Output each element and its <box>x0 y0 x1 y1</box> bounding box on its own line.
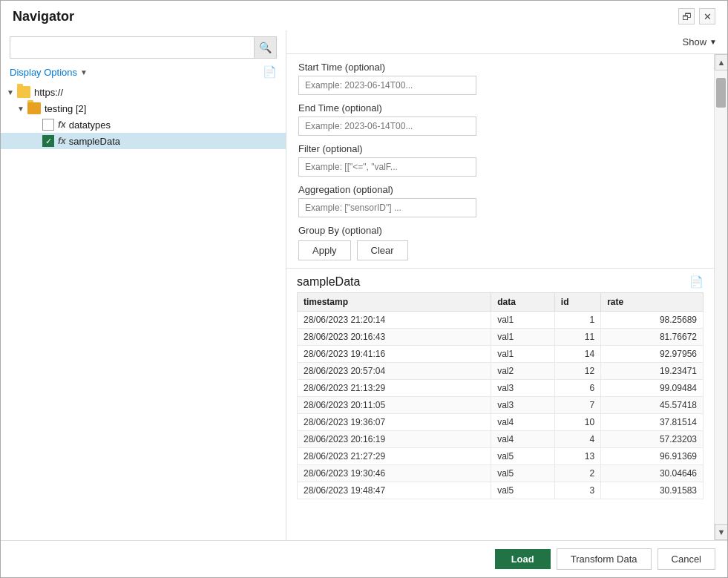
checkbox-icon[interactable] <box>42 119 54 131</box>
tree-item-label: sampleData <box>69 136 120 147</box>
toggle-icon: ▼ <box>17 105 27 113</box>
tree-item-label: https:// <box>34 87 63 98</box>
tree-item-sampledata[interactable]: fx sampleData <box>1 133 286 149</box>
data-table: timestamp data id rate 28/06/2023 21:20:… <box>297 292 704 499</box>
filter-aggregation: Aggregation (optional) <box>298 184 702 225</box>
table-row: 28/06/2023 20:11:05val3745.57418 <box>298 397 704 414</box>
filter-label-groupby: Group By (optional) <box>298 225 702 236</box>
scroll-down-arrow[interactable]: ▼ <box>715 524 727 540</box>
table-cell: 92.97956 <box>601 346 704 363</box>
search-button[interactable]: 🔍 <box>254 37 276 58</box>
scroll-up-arrow[interactable]: ▲ <box>715 54 727 70</box>
fx-icon: fx <box>58 136 66 146</box>
scroll-thumb[interactable] <box>716 78 726 108</box>
transform-data-button[interactable]: Transform Data <box>557 548 652 570</box>
col-rate: rate <box>601 293 704 312</box>
table-cell: 12 <box>554 363 600 380</box>
table-cell: 1 <box>554 312 600 329</box>
clear-button[interactable]: Clear <box>357 240 408 260</box>
table-row: 28/06/2023 21:27:29val51396.91369 <box>298 448 704 465</box>
scroll-track[interactable] <box>715 70 727 524</box>
show-button[interactable]: Show ▼ <box>683 36 717 47</box>
table-cell: 6 <box>554 380 600 397</box>
table-cell: 28/06/2023 20:57:04 <box>298 363 491 380</box>
chevron-down-icon: ▼ <box>80 68 88 76</box>
table-cell: 28/06/2023 21:13:29 <box>298 380 491 397</box>
filter-label-end: End Time (optional) <box>298 102 702 114</box>
filter-input-field[interactable] <box>298 157 476 177</box>
table-cell: 19.23471 <box>601 363 704 380</box>
table-row: 28/06/2023 19:41:16val11492.97956 <box>298 346 704 363</box>
right-top-bar: Show ▼ <box>286 30 727 54</box>
right-with-scroll: Start Time (optional) End Time (optional… <box>286 54 727 540</box>
table-cell: val1 <box>491 346 555 363</box>
tree-item-datatypes[interactable]: fx datatypes <box>1 116 286 133</box>
col-timestamp: timestamp <box>298 293 491 312</box>
tree-item-testing[interactable]: ▼ testing [2] <box>1 100 286 116</box>
tree-item-https[interactable]: ▼ https:// <box>1 84 286 100</box>
filter-filter: Filter (optional) <box>298 143 702 184</box>
doc-icon-button[interactable]: 📄 <box>262 65 277 79</box>
table-cell: 28/06/2023 19:48:47 <box>298 482 491 499</box>
show-label: Show <box>683 36 707 47</box>
table-cell: 57.23203 <box>601 431 704 448</box>
apply-button[interactable]: Apply <box>298 240 351 260</box>
data-table-container[interactable]: timestamp data id rate 28/06/2023 21:20:… <box>286 292 714 540</box>
table-cell: 81.76672 <box>601 329 704 346</box>
filter-section: Start Time (optional) End Time (optional… <box>286 54 714 269</box>
table-cell: val3 <box>491 397 555 414</box>
table-cell: 28/06/2023 21:27:29 <box>298 448 491 465</box>
table-cell: val1 <box>491 329 555 346</box>
fx-icon: fx <box>58 119 66 130</box>
start-time-input[interactable] <box>298 76 476 95</box>
navigator-dialog: Navigator 🗗 ✕ 🔍 Display Options ▼ <box>0 0 728 578</box>
table-cell: val5 <box>491 448 555 465</box>
col-id: id <box>554 293 600 312</box>
tree-container: ▼ https:// ▼ testing [2] fx datatypes <box>1 84 286 534</box>
tree-item-label: datatypes <box>69 119 111 131</box>
table-cell: 28/06/2023 20:11:05 <box>298 397 491 414</box>
table-cell: 4 <box>554 431 600 448</box>
end-time-input[interactable] <box>298 116 476 136</box>
table-cell: 28/06/2023 19:36:07 <box>298 414 491 431</box>
folder-icon <box>17 86 30 98</box>
cancel-button[interactable]: Cancel <box>658 548 715 570</box>
display-options-label: Display Options <box>10 67 77 78</box>
table-cell: 14 <box>554 346 600 363</box>
right-scrollbar[interactable]: ▲ ▼ <box>714 54 727 540</box>
chevron-down-icon: ▼ <box>709 38 717 46</box>
toggle-icon: ▼ <box>7 88 17 96</box>
table-cell: val4 <box>491 431 555 448</box>
table-cell: 28/06/2023 20:16:43 <box>298 329 491 346</box>
table-cell: 96.91369 <box>601 448 704 465</box>
data-section: sampleData 📄 timestamp data <box>286 269 714 540</box>
data-header-row: sampleData 📄 <box>286 269 714 292</box>
table-cell: 30.91583 <box>601 482 704 499</box>
search-input[interactable] <box>10 39 254 57</box>
title-bar: Navigator 🗗 ✕ <box>1 1 727 30</box>
aggregation-input[interactable] <box>298 198 476 217</box>
data-section-title: sampleData <box>297 275 360 289</box>
filter-groupby: Group By (optional) <box>298 225 702 236</box>
filter-end-time: End Time (optional) <box>298 102 702 143</box>
table-cell: val1 <box>491 312 555 329</box>
table-row: 28/06/2023 21:20:14val1198.25689 <box>298 312 704 329</box>
load-button[interactable]: Load <box>495 549 551 569</box>
folder-icon <box>27 102 41 114</box>
table-cell: 28/06/2023 20:16:19 <box>298 431 491 448</box>
table-cell: val5 <box>491 465 555 482</box>
checkbox-checked-icon[interactable] <box>42 135 54 147</box>
display-options-button[interactable]: Display Options ▼ <box>10 67 88 78</box>
document-icon: 📄 <box>263 65 277 79</box>
dialog-title: Navigator <box>13 9 74 24</box>
filter-label-filter: Filter (optional) <box>298 143 702 154</box>
close-button[interactable]: ✕ <box>699 8 715 24</box>
window-controls: 🗗 ✕ <box>678 8 715 24</box>
table-row: 28/06/2023 19:30:46val5230.04646 <box>298 465 704 482</box>
data-doc-icon-button[interactable]: 📄 <box>689 275 704 289</box>
restore-button[interactable]: 🗗 <box>678 8 695 24</box>
table-cell: 28/06/2023 21:20:14 <box>298 312 491 329</box>
document-icon: 📄 <box>689 275 704 289</box>
table-cell: 11 <box>554 329 600 346</box>
table-cell: 98.25689 <box>601 312 704 329</box>
